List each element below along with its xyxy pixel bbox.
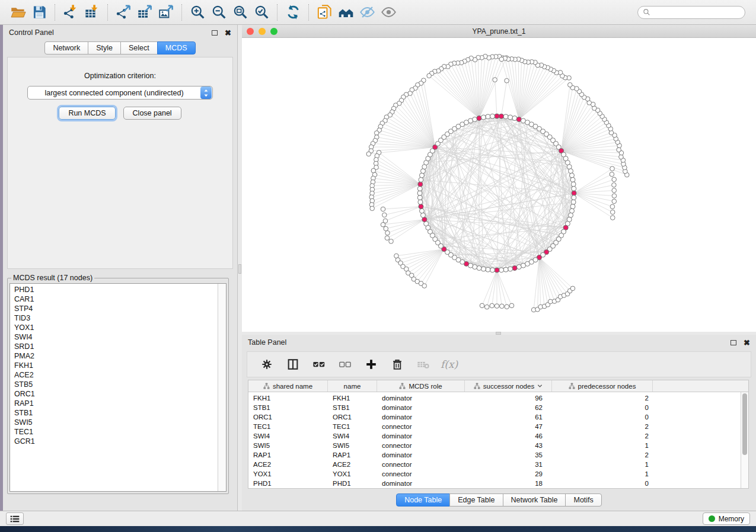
table-row[interactable]: TEC1TEC1connector472 (248, 422, 741, 431)
deselect-all-icon (339, 358, 352, 371)
mcds-result-item[interactable]: TID3 (10, 313, 218, 323)
tab-mcds[interactable]: MCDS (157, 41, 196, 55)
column-header-MCDS-role[interactable]: MCDS role (377, 380, 465, 392)
mcds-result-item[interactable]: TEC1 (10, 427, 218, 437)
table-row[interactable]: SWI4SWI4dominator462 (248, 431, 741, 441)
open-button[interactable] (7, 3, 28, 22)
hide-selected-button[interactable] (356, 3, 378, 22)
mcds-result-item[interactable]: STP4 (10, 304, 218, 313)
mcds-result-item[interactable]: CAR1 (10, 294, 218, 304)
close-panel-button[interactable]: Close panel (123, 107, 181, 120)
mcds-list-scrollbar[interactable] (218, 284, 226, 491)
export-image-icon (158, 4, 174, 20)
show-all-button[interactable] (378, 3, 399, 22)
run-mcds-button[interactable]: Run MCDS (59, 107, 115, 120)
deselect-all-button[interactable] (336, 355, 354, 373)
mcds-result-item[interactable]: SWI4 (10, 332, 218, 342)
zoom-in-button[interactable] (187, 3, 208, 22)
mcds-result-group: MCDS result (17 nodes) PHD1CAR1STP4TID3Y… (7, 274, 229, 494)
column-header-successor-nodes[interactable]: successor nodes (465, 380, 552, 392)
column-label: successor nodes (483, 383, 534, 390)
import-network-button[interactable] (60, 3, 81, 22)
vertical-splitter[interactable] (238, 25, 242, 511)
add-row-button[interactable] (362, 355, 380, 373)
delete-table-button[interactable] (414, 355, 432, 373)
column-header-name[interactable]: name (328, 380, 377, 392)
task-history-button[interactable] (6, 512, 24, 525)
table-row[interactable]: RAP1RAP1dominator352 (248, 450, 741, 460)
column-header-predecessor-nodes[interactable]: predecessor nodes (552, 380, 653, 392)
column-header-shared-name[interactable]: shared name (248, 380, 328, 392)
mcds-result-item[interactable]: PMA2 (10, 351, 218, 361)
export-image-button[interactable] (155, 3, 177, 22)
export-network-button[interactable] (113, 3, 134, 22)
table-cell: SWI5 (248, 442, 328, 449)
zoom-selected-button[interactable] (251, 3, 272, 22)
table-scrollbar[interactable] (741, 392, 748, 488)
duplicate-network-button[interactable] (314, 3, 335, 22)
tab-node-table[interactable]: Node Table (396, 493, 450, 507)
float-panel-icon[interactable] (212, 30, 218, 36)
table-row[interactable]: YOX1YOX1connector291 (248, 469, 741, 479)
network-graph[interactable] (242, 38, 756, 332)
function-builder-button[interactable]: f(x) (441, 358, 458, 370)
mcds-result-item[interactable]: FKH1 (10, 361, 218, 370)
import-table-icon (84, 4, 100, 20)
status-bar: Memory (0, 511, 756, 526)
select-all-button[interactable] (310, 355, 328, 373)
splitter-grip[interactable] (238, 264, 241, 274)
tab-motifs[interactable]: Motifs (565, 493, 601, 507)
tab-network-table[interactable]: Network Table (503, 493, 566, 507)
table-row[interactable]: PHD1PHD1dominator180 (248, 479, 741, 488)
close-panel-icon[interactable]: ✖ (744, 339, 750, 347)
tab-style[interactable]: Style (88, 41, 121, 55)
tab-network[interactable]: Network (44, 41, 88, 55)
column-type-icon (399, 383, 406, 389)
tab-select[interactable]: Select (120, 41, 158, 55)
save-button[interactable] (28, 3, 50, 22)
zoom-fit-button[interactable] (229, 3, 251, 22)
scrollbar-thumb[interactable] (742, 393, 747, 455)
close-panel-icon[interactable]: ✖ (225, 29, 231, 37)
table-cell: 2 (552, 395, 653, 402)
mcds-result-item[interactable]: RAP1 (10, 399, 218, 408)
network-title: YPA_prune.txt_1 (242, 27, 756, 36)
table-toolbar: f(x) (247, 351, 751, 377)
delete-row-button[interactable] (388, 355, 406, 373)
memory-button[interactable]: Memory (703, 512, 750, 525)
table-row[interactable]: ORC1ORC1dominator610 (248, 412, 741, 422)
tab-edge-table[interactable]: Edge Table (449, 493, 503, 507)
table-row[interactable]: FKH1FKH1dominator962 (248, 393, 741, 403)
export-table-button[interactable] (134, 3, 155, 22)
mcds-result-item[interactable]: YOX1 (10, 323, 218, 332)
search-box[interactable] (637, 6, 745, 19)
search-input[interactable] (653, 8, 740, 17)
criterion-dropdown[interactable]: largest connected component (undirected) (27, 86, 213, 100)
toggle-panel-button[interactable] (284, 355, 302, 373)
mcds-result-item[interactable]: SWI5 (10, 418, 218, 427)
mcds-result-item[interactable]: STB1 (10, 408, 218, 418)
column-label: name (344, 383, 361, 390)
mcds-result-item[interactable]: GCR1 (10, 437, 218, 446)
control-panel-header: Control Panel ✖ (3, 25, 237, 40)
zoom-out-button[interactable] (208, 3, 229, 22)
table-settings-button[interactable] (258, 355, 276, 373)
mcds-result-item[interactable]: PHD1 (10, 285, 218, 294)
import-table-button[interactable] (81, 3, 103, 22)
first-neighbors-button[interactable] (335, 3, 356, 22)
table-cell: 43 (465, 442, 552, 449)
table-cell: PHD1 (328, 480, 377, 487)
refresh-button[interactable] (282, 3, 304, 22)
mcds-result-item[interactable]: SRD1 (10, 342, 218, 351)
mcds-result-item[interactable]: STB5 (10, 380, 218, 389)
delete-table-icon (417, 358, 430, 371)
float-panel-icon[interactable] (731, 340, 736, 345)
table-row[interactable]: STB1STB1dominator620 (248, 403, 741, 412)
table-cell: 2 (552, 451, 653, 459)
network-canvas[interactable] (242, 38, 756, 332)
table-cell: dominator (377, 432, 465, 440)
table-row[interactable]: ACE2ACE2connector311 (248, 460, 741, 469)
mcds-result-item[interactable]: ORC1 (10, 389, 218, 399)
mcds-result-item[interactable]: ACE2 (10, 370, 218, 380)
table-row[interactable]: SWI5SWI5connector431 (248, 441, 741, 450)
